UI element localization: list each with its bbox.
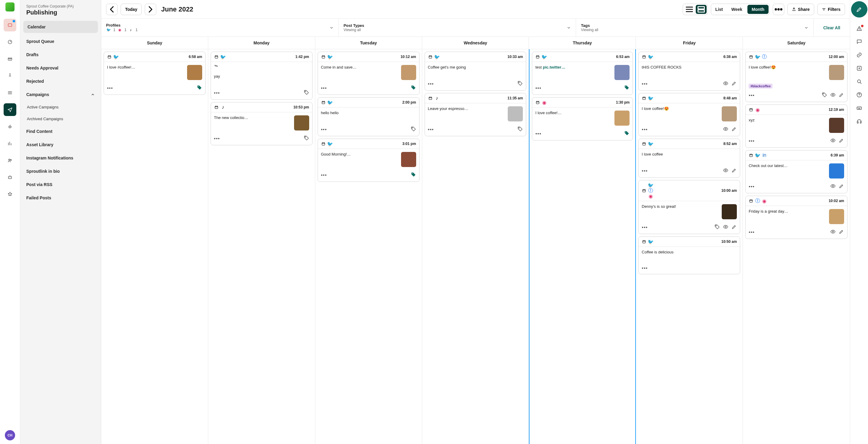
- preview-icon[interactable]: [830, 92, 836, 99]
- post-more-button[interactable]: •••: [428, 127, 434, 132]
- post-card[interactable]: 🐦10:33 am Coffee get's me going •••: [425, 52, 526, 91]
- edit-icon[interactable]: [732, 126, 737, 133]
- rail-messages[interactable]: [4, 53, 16, 65]
- post-card[interactable]: 🐦ⓕ12:00 am I love coffee!😍 #blackcoffee …: [745, 52, 847, 102]
- preview-icon[interactable]: [723, 81, 728, 87]
- nav-find-content[interactable]: Find Content: [20, 125, 101, 138]
- edit-icon[interactable]: [839, 229, 844, 235]
- preview-icon[interactable]: [723, 168, 728, 174]
- share-button[interactable]: Share: [787, 4, 814, 15]
- tag-icon[interactable]: [411, 126, 416, 133]
- tag-icon[interactable]: [197, 85, 202, 92]
- post-more-button[interactable]: •••: [535, 131, 541, 136]
- post-more-button[interactable]: •••: [642, 168, 648, 174]
- headset-icon[interactable]: [856, 118, 862, 126]
- post-more-button[interactable]: •••: [749, 184, 755, 189]
- post-more-button[interactable]: •••: [642, 225, 648, 230]
- nav-sprout-queue[interactable]: Sprout Queue: [20, 35, 101, 48]
- view-month[interactable]: Month: [747, 5, 769, 14]
- post-more-button[interactable]: •••: [321, 172, 327, 178]
- post-more-button[interactable]: •••: [642, 265, 648, 271]
- post-card[interactable]: 🐦1:42 pm yay •••: [211, 52, 312, 100]
- more-button[interactable]: [773, 4, 784, 15]
- tag-icon[interactable]: [411, 172, 416, 179]
- post-more-button[interactable]: •••: [214, 136, 220, 141]
- post-link[interactable]: pic.twitter…: [543, 65, 565, 69]
- rail-dashboard[interactable]: [4, 36, 16, 48]
- filter-tags[interactable]: Tags Viewing all: [576, 19, 814, 36]
- post-card[interactable]: ◉1:30 pm I love coffee!… •••: [532, 97, 633, 140]
- density-comfortable[interactable]: [696, 5, 707, 14]
- nav-instagram-notifications[interactable]: Instagram Notifications: [20, 151, 101, 165]
- compose-button[interactable]: [851, 1, 867, 18]
- tag-icon[interactable]: [518, 126, 523, 133]
- add-icon[interactable]: [856, 65, 862, 72]
- edit-icon[interactable]: [839, 92, 844, 99]
- post-card[interactable]: 🐦6:38 am tHIS COFFEE ROCKS •••: [638, 52, 740, 91]
- edit-icon[interactable]: [839, 138, 844, 145]
- nav-drafts[interactable]: Drafts: [20, 48, 101, 61]
- rail-star[interactable]: [4, 188, 16, 200]
- preview-icon[interactable]: [723, 224, 728, 231]
- next-month-button[interactable]: [145, 4, 156, 15]
- post-more-button[interactable]: •••: [107, 86, 113, 91]
- post-card[interactable]: 🐦in6:39 am Check out our latest… •••: [745, 150, 847, 193]
- tag-icon[interactable]: [304, 90, 309, 96]
- preview-icon[interactable]: [723, 126, 728, 133]
- tag-icon[interactable]: [411, 85, 416, 92]
- help-icon[interactable]: [856, 92, 862, 99]
- nav-archived-campaigns[interactable]: Archived Campaigns: [20, 113, 101, 125]
- post-card[interactable]: 🐦10:50 am Coffee is delicious •••: [638, 236, 740, 274]
- post-card[interactable]: ♪10:53 pm The new collectio… •••: [211, 102, 312, 145]
- nav-sproutlink[interactable]: Sproutlink in bio: [20, 165, 101, 178]
- rail-inbox[interactable]: [4, 19, 16, 31]
- post-card[interactable]: 🐦10:12 am Come in and save… •••: [318, 52, 420, 95]
- post-more-button[interactable]: •••: [428, 81, 434, 87]
- rail-list[interactable]: [4, 86, 16, 99]
- nav-rejected[interactable]: Rejected: [20, 74, 101, 88]
- post-more-button[interactable]: •••: [642, 81, 648, 87]
- edit-icon[interactable]: [839, 183, 844, 190]
- post-more-button[interactable]: •••: [321, 127, 327, 132]
- post-more-button[interactable]: •••: [749, 229, 755, 235]
- comments-icon[interactable]: [856, 39, 862, 46]
- post-card[interactable]: 🐦ⓕ◉10:00 am Denny's is so great! •••: [638, 180, 740, 234]
- nav-needs-approval[interactable]: Needs Approval: [20, 61, 101, 74]
- post-card[interactable]: 🐦8:52 am I love coffee •••: [638, 139, 740, 178]
- post-card[interactable]: ♪11:35 am Leave your espresso… •••: [425, 93, 526, 136]
- prev-month-button[interactable]: [106, 4, 118, 15]
- tag-icon[interactable]: [714, 224, 720, 231]
- post-card[interactable]: 🐦8:48 am I love coffee!😍 •••: [638, 93, 740, 136]
- post-card[interactable]: 🐦3:01 pm Good Morning!… •••: [318, 139, 420, 182]
- alerts-icon[interactable]: [856, 25, 862, 33]
- rail-publishing[interactable]: [4, 103, 16, 116]
- nav-campaigns[interactable]: Campaigns: [20, 88, 101, 101]
- filter-profiles[interactable]: Profiles 🐦1 ◉1 ♪1: [101, 19, 339, 36]
- rail-listening[interactable]: [4, 120, 16, 133]
- tag-icon[interactable]: [624, 85, 629, 92]
- post-card[interactable]: 🐦6:58 am I love #coffee!… •••: [104, 52, 206, 95]
- density-compact[interactable]: [684, 5, 695, 14]
- post-more-button[interactable]: •••: [535, 86, 541, 91]
- clear-all-filters[interactable]: Clear All: [814, 19, 850, 36]
- rail-reports[interactable]: [4, 137, 16, 150]
- today-button[interactable]: Today: [121, 4, 142, 15]
- search-icon[interactable]: [856, 78, 862, 86]
- filter-post-types[interactable]: Post Types Viewing all: [339, 19, 576, 36]
- nav-post-rss[interactable]: Post via RSS: [20, 178, 101, 191]
- rail-people[interactable]: [4, 154, 16, 167]
- tag-icon[interactable]: [624, 130, 629, 137]
- post-card[interactable]: 🐦2:00 pm hello hello •••: [318, 97, 420, 136]
- post-more-button[interactable]: •••: [214, 90, 220, 96]
- post-more-button[interactable]: •••: [321, 86, 327, 91]
- tag-icon[interactable]: [518, 81, 523, 87]
- edit-icon[interactable]: [732, 81, 737, 87]
- rail-pin[interactable]: [4, 69, 16, 82]
- filters-button[interactable]: Filters: [817, 4, 845, 15]
- tag-icon[interactable]: [822, 92, 827, 99]
- preview-icon[interactable]: [830, 183, 836, 190]
- post-more-button[interactable]: •••: [642, 127, 648, 132]
- nav-failed-posts[interactable]: Failed Posts: [20, 191, 101, 204]
- edit-icon[interactable]: [732, 224, 737, 231]
- nav-calendar[interactable]: Calendar: [23, 21, 98, 33]
